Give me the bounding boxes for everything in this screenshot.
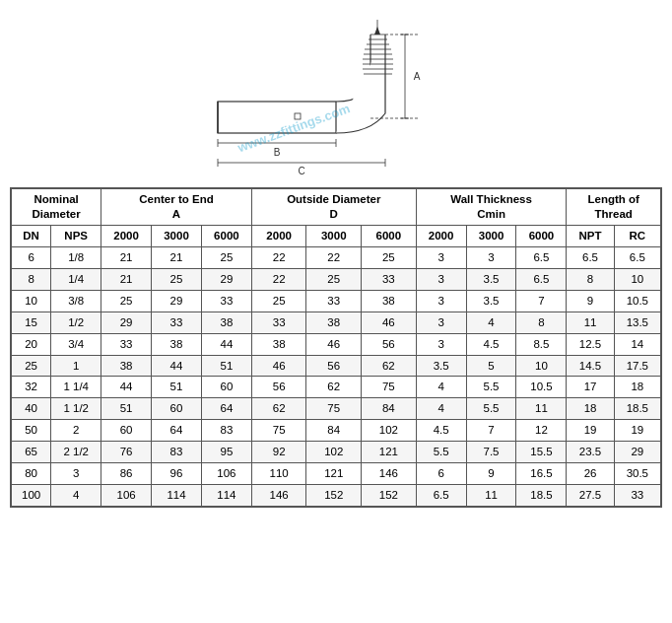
cell-c3000: 5 [466, 355, 516, 377]
cell-rc: 10 [614, 268, 660, 290]
cell-npt: 8 [567, 268, 614, 290]
cell-dn: 6 [12, 246, 51, 268]
cell-d2000: 46 [251, 355, 306, 377]
cell-c3000: 9 [466, 463, 516, 485]
cell-a3000: 96 [152, 463, 202, 485]
cell-a6000: 38 [201, 312, 251, 333]
cell-d3000: 38 [306, 312, 362, 333]
cell-npt: 17 [567, 377, 614, 398]
cell-a3000: 25 [152, 268, 202, 290]
cell-c3000: 4.5 [466, 333, 516, 355]
cell-d2000: 75 [251, 420, 306, 442]
svg-text:B: B [274, 147, 281, 158]
nps-header: NPS [51, 225, 101, 246]
cell-c3000: 7 [466, 420, 516, 442]
cell-d6000: 25 [362, 246, 417, 268]
cell-npt: 27.5 [567, 485, 614, 507]
cell-a3000: 33 [152, 312, 202, 333]
d6000-header: 6000 [362, 225, 417, 246]
cell-nps: 3/4 [51, 333, 101, 355]
cell-a6000: 51 [201, 355, 251, 377]
cell-d6000: 75 [362, 377, 417, 398]
cell-a2000: 44 [101, 377, 152, 398]
cell-c2000: 6 [416, 463, 466, 485]
outside-diameter-header: Outside Diameter D [251, 189, 416, 226]
cell-d2000: 92 [251, 442, 306, 463]
cell-rc: 29 [614, 442, 660, 463]
cell-rc: 17.5 [614, 355, 660, 377]
cell-a3000: 64 [152, 420, 202, 442]
cell-rc: 33 [614, 485, 660, 507]
nominal-diameter-header: Nominal Diameter [12, 189, 101, 226]
cell-d2000: 62 [251, 398, 306, 420]
cell-a6000: 83 [201, 420, 251, 442]
cell-d3000: 22 [306, 246, 362, 268]
cell-d2000: 38 [251, 333, 306, 355]
c6000-header: 6000 [516, 225, 567, 246]
d3000-header: 3000 [306, 225, 362, 246]
cell-d3000: 46 [306, 333, 362, 355]
cell-dn: 20 [12, 333, 51, 355]
cell-c3000: 4 [466, 312, 516, 333]
table-row: 103/825293325333833.57910.5 [12, 290, 661, 312]
cell-d2000: 146 [251, 485, 306, 507]
cell-npt: 6.5 [567, 246, 614, 268]
cell-nps: 1/8 [51, 246, 101, 268]
cell-a2000: 33 [101, 333, 152, 355]
cell-a2000: 25 [101, 290, 152, 312]
cell-a3000: 29 [152, 290, 202, 312]
svg-text:C: C [298, 166, 304, 176]
a2000-header: 2000 [101, 225, 152, 246]
cell-c6000: 8.5 [516, 333, 567, 355]
cell-a2000: 86 [101, 463, 152, 485]
cell-a2000: 38 [101, 355, 152, 377]
cell-rc: 6.5 [614, 246, 660, 268]
cell-a2000: 76 [101, 442, 152, 463]
cell-a2000: 51 [101, 398, 152, 420]
cell-d3000: 56 [306, 355, 362, 377]
cell-c6000: 16.5 [516, 463, 567, 485]
cell-a3000: 38 [152, 333, 202, 355]
cell-nps: 1 1/2 [51, 398, 101, 420]
cell-a6000: 106 [201, 463, 251, 485]
cell-rc: 19 [614, 420, 660, 442]
cell-a2000: 60 [101, 420, 152, 442]
cell-npt: 11 [567, 312, 614, 333]
cell-d6000: 121 [362, 442, 417, 463]
cell-d2000: 22 [251, 246, 306, 268]
cell-d3000: 152 [306, 485, 362, 507]
cell-c2000: 3.5 [416, 355, 466, 377]
cell-a6000: 114 [201, 485, 251, 507]
cell-a6000: 60 [201, 377, 251, 398]
cell-dn: 15 [12, 312, 51, 333]
cell-d3000: 121 [306, 463, 362, 485]
svg-text:A: A [414, 71, 421, 82]
cell-rc: 14 [614, 333, 660, 355]
cell-c6000: 6.5 [516, 268, 567, 290]
cell-c2000: 3 [416, 333, 466, 355]
cell-a6000: 25 [201, 246, 251, 268]
cell-d3000: 33 [306, 290, 362, 312]
npt-header: NPT [567, 225, 614, 246]
cell-c3000: 11 [466, 485, 516, 507]
cell-c3000: 5.5 [466, 398, 516, 420]
cell-d6000: 46 [362, 312, 417, 333]
d2000-header: 2000 [251, 225, 306, 246]
cell-npt: 18 [567, 398, 614, 420]
cell-nps: 4 [51, 485, 101, 507]
a3000-header: 3000 [152, 225, 202, 246]
cell-c6000: 11 [516, 398, 567, 420]
header-row-1: Nominal Diameter Center to End A Outside… [12, 189, 661, 226]
cell-d2000: 22 [251, 268, 306, 290]
table-row: 81/421252922253333.56.5810 [12, 268, 661, 290]
cell-c6000: 12 [516, 420, 567, 442]
cell-c6000: 10 [516, 355, 567, 377]
cell-dn: 10 [12, 290, 51, 312]
cell-dn: 100 [12, 485, 51, 507]
cell-npt: 23.5 [567, 442, 614, 463]
cell-a2000: 106 [101, 485, 152, 507]
cell-d3000: 25 [306, 268, 362, 290]
cell-c6000: 6.5 [516, 246, 567, 268]
table-row: 321 1/444516056627545.510.51718 [12, 377, 661, 398]
header-row-2: DN NPS 2000 3000 6000 2000 3000 6000 200… [12, 225, 661, 246]
